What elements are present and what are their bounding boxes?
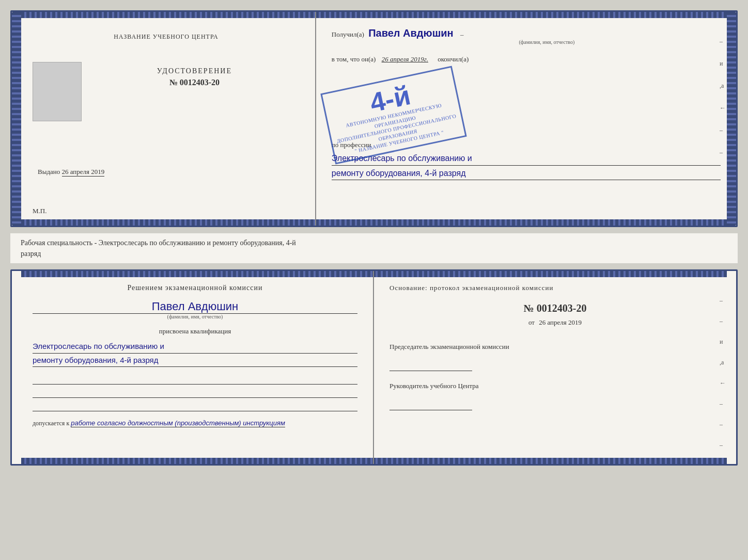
person-name-handwritten: Павел Авдюшин <box>368 27 453 39</box>
person-subtitle: (фамилия, имя, отчество) <box>373 39 721 45</box>
from-prefix: от <box>528 318 535 326</box>
issued-date: 26 апреля 2019 <box>62 168 105 177</box>
dash-top: – <box>460 30 464 38</box>
side-marks-top: – и ,а ← – – <box>720 38 726 156</box>
received-label: Получил(а) <box>332 30 364 38</box>
mp-label: М.П. <box>33 207 46 215</box>
signature-lines <box>33 373 357 411</box>
finished-label: окончил(а) <box>438 55 469 63</box>
org-name-top: НАЗВАНИЕ УЧЕБНОГО ЦЕНТРА <box>114 33 219 41</box>
middle-line1: Рабочая специальность - Электрослесарь п… <box>21 239 296 247</box>
director-label: Руководитель учебного Центра <box>389 381 721 391</box>
from-date-value: 26 апреля 2019 <box>539 318 582 326</box>
bottom-booklet: Решением экзаменационной комиссии Павел … <box>10 269 738 466</box>
chairman-sig-line <box>389 356 472 371</box>
booklet2-right: Основание: протокол экзаменационной коми… <box>374 271 736 464</box>
in-that-label: в том, что он(а) <box>332 55 376 63</box>
cert-issued: Выдано 26 апреля 2019 <box>33 168 300 176</box>
name-subtitle: (фамилия, имя, отчество) <box>33 314 357 319</box>
qualification-assigned: присвоена квалификация <box>33 327 357 335</box>
from-date: от 26 апреля 2019 <box>389 318 721 327</box>
booklet-left: НАЗВАНИЕ УЧЕБНОГО ЦЕНТРА УДОСТОВЕРЕНИЕ №… <box>12 12 316 226</box>
допускается-value: работе согласно должностным (производств… <box>71 419 285 427</box>
decision-title: Решением экзаменационной комиссии <box>33 284 357 292</box>
stamp-text-line1: АВТОНОМНУЮ НЕКОММЕРЧЕСКУЮ ОРГАНИЗАЦИЮ <box>333 99 456 138</box>
chairman-label: Председатель экзаменационной комиссии <box>389 342 721 351</box>
sig-line-2 <box>33 387 357 398</box>
date-value: 26 апреля 2019г. <box>382 55 428 63</box>
profession-line2: ремонту оборудования, 4-й разряд <box>332 167 721 181</box>
protocol-number: № 0012403-20 <box>389 302 721 314</box>
stamp-grade: 4-й <box>367 82 412 116</box>
top-booklet: НАЗВАНИЕ УЧЕБНОГО ЦЕНТРА УДОСТОВЕРЕНИЕ №… <box>10 10 738 227</box>
protocol-number-value: 0012403-20 <box>537 302 587 314</box>
middle-line2: разряд <box>21 250 41 258</box>
допускается-label: допускается к <box>33 420 69 427</box>
sig-line-1 <box>33 373 357 385</box>
qualification-line1: Электрослесарь по обслуживанию и <box>33 340 357 354</box>
cert-number-prefix: № <box>169 78 178 87</box>
director-sig-line <box>389 395 472 410</box>
middle-text: Рабочая специальность - Электрослесарь п… <box>10 233 738 263</box>
side-marks-bottom: – – и ,а ← – – – <box>720 297 726 449</box>
booklet-right: Получил(а) Павел Авдюшин – (фамилия, имя… <box>316 12 736 226</box>
profession-label: по профессии <box>332 141 721 149</box>
sig-line-3 <box>33 400 357 411</box>
person-name-large: Павел Авдюшин <box>33 300 357 314</box>
profession-section: по профессии Электрослесарь по обслужива… <box>332 141 721 180</box>
osnov-title: Основание: протокол экзаменационной коми… <box>389 284 721 292</box>
in-that-section: в том, что он(а) 26 апреля 2019г. окончи… <box>332 55 721 63</box>
photo-placeholder <box>33 62 82 121</box>
допускается-section: допускается к работе согласно должностны… <box>33 419 357 427</box>
cert-number-value: 0012403-20 <box>180 78 220 87</box>
received-section: Получил(а) Павел Авдюшин – (фамилия, имя… <box>332 27 721 45</box>
protocol-prefix: № <box>524 302 534 314</box>
qualification-line2: ремонту оборудования, 4-й разряд <box>33 354 357 367</box>
page-wrapper: НАЗВАНИЕ УЧЕБНОГО ЦЕНТРА УДОСТОВЕРЕНИЕ №… <box>10 10 738 466</box>
profession-line1: Электрослесарь по обслуживанию и <box>332 152 721 166</box>
booklet2-left: Решением экзаменационной комиссии Павел … <box>12 271 374 464</box>
issued-label: Выдано <box>38 168 60 175</box>
